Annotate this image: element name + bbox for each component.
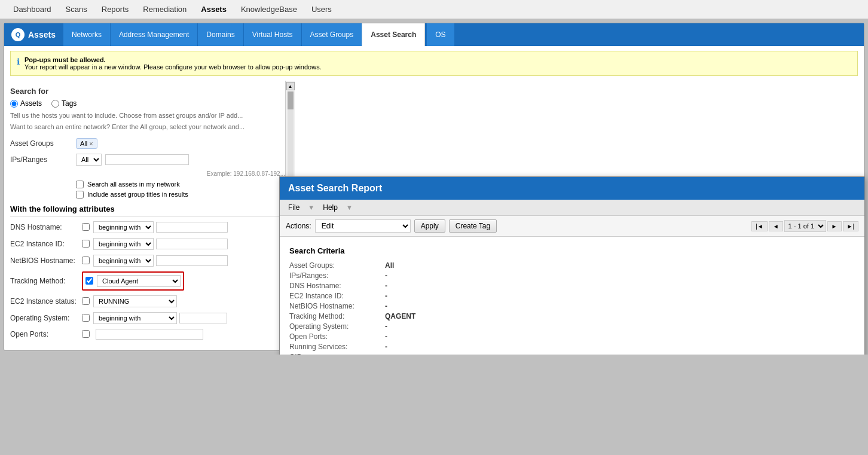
ips-example: Example: 192.168.0.87-192... [76,170,285,177]
menu-arrow-help: ▼ [346,204,353,211]
page-prev-btn[interactable]: ◄ [769,221,783,231]
criteria-key-9: QID: [289,353,385,355]
pagination: |◄ ◄ 1 - 1 of 1 ► ►| [751,220,858,232]
criteria-row-5: Tracking Method: QAGENT [289,312,855,320]
dns-hostname-checkbox[interactable] [82,223,90,231]
criteria-val-9: - [385,353,387,355]
criteria-val-5: QAGENT [385,312,415,320]
operating-system-row: Operating System: beginning with [10,312,285,324]
search-all-label: Search all assets in my network [87,181,180,188]
tab-domains[interactable]: Domains [197,23,243,46]
open-ports-row: Open Ports: [10,329,285,340]
desc1: Tell us the hosts you want to include. C… [10,111,285,120]
page-next-btn[interactable]: ► [827,221,842,231]
nav-reports[interactable]: Reports [94,1,136,17]
ec2-instance-id-filter[interactable]: beginning with [93,238,154,250]
criteria-row-7: Open Ports: - [289,332,855,341]
report-actions-bar: Actions: Edit Apply Create Tag |◄ ◄ 1 - … [280,216,864,237]
ips-ranges-input[interactable] [105,154,189,165]
criteria-key-0: Asset Groups: [289,261,385,270]
ec2-instance-id-input[interactable] [156,239,228,249]
nav-assets[interactable]: Assets [194,1,234,17]
open-ports-input[interactable] [96,329,203,340]
tab-networks[interactable]: Networks [63,23,110,46]
netbios-hostname-checkbox[interactable] [82,256,90,264]
radio-assets[interactable] [10,100,18,108]
assets-subnav: Q Assets Networks Address Management Dom… [4,23,864,46]
dns-hostname-filter[interactable]: beginning with [93,221,154,233]
ips-ranges-select[interactable]: All [76,154,102,166]
tracking-method-select[interactable]: Cloud Agent [97,275,181,287]
report-toolbar: File ▼ Help ▼ [280,200,864,216]
ec2-status-select[interactable]: RUNNING [93,295,177,307]
page-first-btn[interactable]: |◄ [751,221,768,231]
netbios-hostname-filter[interactable]: beginning with [93,255,154,267]
search-for-title: Search for [10,87,285,96]
page-select[interactable]: 1 - 1 of 1 [784,220,826,232]
file-menu[interactable]: File [285,202,303,213]
radio-assets-label[interactable]: Assets [10,99,42,108]
assets-logo: Q Assets [4,23,63,46]
attributes-title: With the following attributes [10,204,285,216]
create-tag-button[interactable]: Create Tag [449,219,497,233]
criteria-val-7: - [385,332,387,341]
report-modal-title: Asset Search Report [280,177,864,200]
operating-system-input[interactable] [179,313,227,323]
criteria-row-6: Operating System: - [289,322,855,331]
actions-select[interactable]: Edit [315,219,411,233]
tab-virtual-hosts[interactable]: Virtual Hosts [243,23,301,46]
dns-hostname-input[interactable] [156,222,228,233]
criteria-row-3: EC2 Instance ID: - [289,292,855,300]
criteria-table: Asset Groups: All IPs/Ranges: - DNS Host… [289,261,855,355]
operating-system-checkbox[interactable] [82,314,90,322]
criteria-val-3: - [385,292,387,300]
criteria-key-7: Open Ports: [289,332,385,341]
report-modal: Asset Search Report File ▼ Help ▼ Action… [279,176,865,355]
ec2-instance-id-checkbox[interactable] [82,240,90,248]
search-type-group: Assets Tags [10,99,285,108]
dns-hostname-label: DNS Hostname: [10,223,82,231]
operating-system-filter[interactable]: beginning with [93,312,177,324]
info-title: Pop-ups must be allowed. [25,56,322,63]
help-menu[interactable]: Help [319,202,341,213]
search-criteria-title: Search Criteria [289,246,855,255]
nav-scans[interactable]: Scans [59,1,94,17]
radio-tags-label[interactable]: Tags [51,99,77,108]
netbios-hostname-input[interactable] [156,255,228,266]
criteria-val-1: - [385,271,387,280]
criteria-key-5: Tracking Method: [289,312,385,320]
ec2-status-checkbox[interactable] [82,297,90,305]
tab-asset-groups[interactable]: Asset Groups [301,23,362,46]
tracking-method-checkbox[interactable] [85,277,93,285]
criteria-row-2: DNS Hostname: - [289,282,855,290]
search-all-checkbox-row: Search all assets in my network [76,181,285,188]
desc2: Want to search an entire network? Enter … [10,123,285,132]
ec2-status-row: EC2 Instance status: RUNNING [10,295,285,307]
tab-os[interactable]: OS [426,23,454,46]
ec2-status-label: EC2 Instance status: [10,297,82,306]
page-last-btn[interactable]: ►| [843,221,859,231]
tab-asset-search[interactable]: Asset Search [362,23,425,46]
tab-address-management[interactable]: Address Management [110,23,197,46]
include-titles-checkbox-row: Include asset group titles in results [76,191,285,199]
scroll-thumb[interactable] [288,91,294,109]
ips-ranges-row: IPs/Ranges All [10,154,285,166]
radio-tags[interactable] [51,100,59,108]
apply-button[interactable]: Apply [414,219,445,233]
nav-remediation[interactable]: Remediation [136,1,194,17]
open-ports-checkbox[interactable] [82,330,90,338]
nav-users[interactable]: Users [304,1,339,17]
tracking-method-row: Tracking Method: Cloud Agent [10,271,285,291]
ec2-instance-id-label: EC2 Instance ID: [10,240,82,248]
asset-groups-label: Asset Groups [10,139,76,148]
criteria-val-4: - [385,302,387,310]
include-titles-checkbox[interactable] [76,191,84,199]
criteria-key-1: IPs/Ranges: [289,271,385,280]
tracking-method-highlight: Cloud Agent [82,271,184,291]
nav-dashboard[interactable]: Dashboard [6,1,59,17]
remove-tag-btn[interactable]: × [89,140,93,147]
search-all-checkbox[interactable] [76,181,84,188]
scroll-up-btn[interactable]: ▲ [286,82,295,90]
criteria-key-6: Operating System: [289,322,385,331]
nav-knowledgebase[interactable]: KnowledgeBase [234,1,304,17]
